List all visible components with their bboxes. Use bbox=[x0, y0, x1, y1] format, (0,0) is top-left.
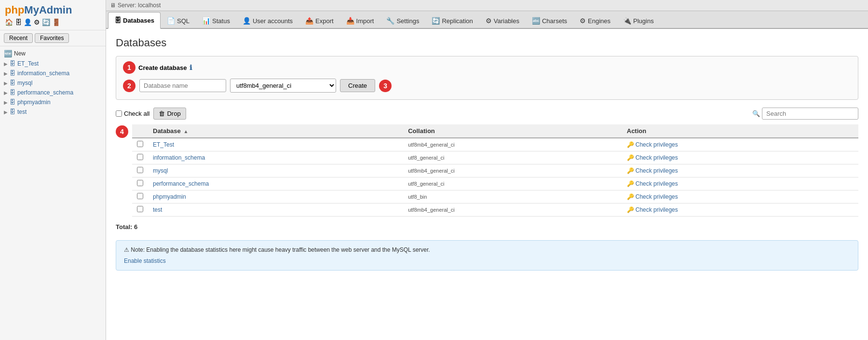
table-header-row: Database ▲ Collation Action bbox=[132, 124, 858, 138]
databases-tab-icon: 🗄 bbox=[114, 16, 121, 24]
col-header-collation[interactable]: Collation bbox=[403, 124, 622, 138]
db-name-input[interactable] bbox=[139, 79, 226, 92]
user-icon[interactable]: 👤 bbox=[24, 18, 32, 26]
content-area: Databases 1 Create database ℹ 2 utf8mb4_… bbox=[106, 29, 868, 340]
tab-settings[interactable]: 🔧 Settings bbox=[380, 12, 425, 29]
tab-status[interactable]: 📊 Status bbox=[196, 12, 236, 29]
check-privileges-link[interactable]: 🔑 Check privileges bbox=[627, 206, 854, 213]
check-privileges-link[interactable]: 🔑 Check privileges bbox=[627, 154, 854, 161]
collation-select[interactable]: utf8mb4_general_ciutf8_general_cilatin1_… bbox=[230, 79, 336, 93]
create-db-button[interactable]: Create bbox=[340, 79, 375, 92]
table-row: test utf8mb4_general_ci 🔑 Check privileg… bbox=[132, 204, 858, 217]
check-all-checkbox[interactable] bbox=[116, 110, 122, 117]
check-privileges-link[interactable]: 🔑 Check privileges bbox=[627, 167, 854, 174]
check-all-label[interactable]: Check all bbox=[116, 110, 149, 117]
col-header-checkbox bbox=[132, 124, 148, 138]
check-privileges-link[interactable]: 🔑 Check privileges bbox=[627, 141, 854, 148]
tab-user-accounts[interactable]: 👤 User accounts bbox=[236, 12, 299, 29]
user-accounts-tab-label: User accounts bbox=[253, 17, 293, 25]
expand-icon: ▶ bbox=[4, 109, 8, 115]
table-row: phpmyadmin utf8_bin 🔑 Check privileges bbox=[132, 190, 858, 204]
table-row: performance_schema utf8_general_ci 🔑 Che… bbox=[132, 177, 858, 190]
tab-export[interactable]: 📤 Export bbox=[299, 12, 340, 29]
sidebar-db-item[interactable]: ▶ 🗄 phpmyadmin bbox=[0, 97, 106, 107]
db-icon-sidebar: 🗄 bbox=[10, 70, 15, 77]
tab-engines[interactable]: ⚙ Engines bbox=[573, 12, 617, 29]
row-checkbox[interactable] bbox=[137, 154, 143, 160]
tab-import[interactable]: 📥 Import bbox=[340, 12, 380, 29]
settings-icon[interactable]: ⚙ bbox=[34, 18, 40, 26]
sidebar-db-item[interactable]: ▶ 🗄 test bbox=[0, 107, 106, 117]
sidebar-db-item[interactable]: ▶ 🗄 mysql bbox=[0, 78, 106, 88]
db-name-link[interactable]: mysql bbox=[153, 167, 168, 174]
row-checkbox[interactable] bbox=[137, 167, 143, 173]
tab-plugins[interactable]: 🔌 Plugins bbox=[617, 12, 660, 29]
db-icon-sidebar: 🗄 bbox=[10, 60, 15, 67]
databases-table: Database ▲ Collation Action ET_Test utf8… bbox=[132, 124, 858, 217]
new-database-button[interactable]: 🆕 New bbox=[0, 48, 106, 59]
row-checkbox[interactable] bbox=[137, 206, 143, 212]
sidebar-db-item[interactable]: ▶ 🗄 ET_Test bbox=[0, 59, 106, 68]
key-icon: 🔑 bbox=[627, 193, 634, 200]
tab-replication[interactable]: 🔄 Replication bbox=[425, 12, 479, 29]
check-priv-label: Check privileges bbox=[636, 193, 678, 200]
step-1-circle: 1 bbox=[123, 61, 136, 74]
note-box: ⚠ Note: Enabling the database statistics… bbox=[116, 240, 858, 271]
home-icon[interactable]: 🏠 bbox=[5, 18, 13, 26]
search-input[interactable] bbox=[762, 108, 858, 120]
col-header-database[interactable]: Database ▲ bbox=[148, 124, 403, 138]
engines-tab-icon: ⚙ bbox=[580, 17, 586, 25]
note-text: ⚠ Note: Enabling the database statistics… bbox=[124, 246, 850, 253]
row-checkbox[interactable] bbox=[137, 180, 143, 186]
server-icon: 🖥 bbox=[110, 2, 116, 9]
drop-button[interactable]: 🗑 Drop bbox=[153, 108, 186, 120]
tab-variables[interactable]: ⚙ Variables bbox=[479, 12, 526, 29]
variables-tab-icon: ⚙ bbox=[486, 17, 492, 25]
db-name-link[interactable]: phpmyadmin bbox=[153, 193, 186, 200]
key-icon: 🔑 bbox=[627, 141, 634, 148]
charsets-tab-label: Charsets bbox=[542, 17, 567, 25]
import-tab-label: Import bbox=[356, 17, 374, 25]
help-icon: ℹ bbox=[190, 64, 192, 71]
tab-sql[interactable]: 📄 SQL bbox=[161, 12, 196, 29]
db-name-label: performance_schema bbox=[17, 89, 73, 96]
favorites-tab[interactable]: Favorites bbox=[35, 33, 69, 43]
db-icon-sidebar: 🗄 bbox=[10, 109, 15, 115]
logo: phpMyAdmin bbox=[5, 4, 101, 16]
check-drop-left: Check all 🗑 Drop bbox=[116, 108, 186, 120]
search-box: 🔍 bbox=[752, 108, 858, 120]
db-name-link[interactable]: performance_schema bbox=[153, 180, 209, 187]
plugins-tab-icon: 🔌 bbox=[623, 17, 631, 25]
check-privileges-link[interactable]: 🔑 Check privileges bbox=[627, 180, 854, 187]
check-privileges-link[interactable]: 🔑 Check privileges bbox=[627, 193, 854, 200]
db-name-link[interactable]: information_schema bbox=[153, 154, 205, 161]
create-db-section: 1 Create database ℹ 2 utf8mb4_general_ci… bbox=[116, 56, 858, 100]
db-icon[interactable]: 🗄 bbox=[15, 18, 22, 26]
recent-tab[interactable]: Recent bbox=[4, 33, 33, 43]
tab-databases[interactable]: 🗄 Databases bbox=[108, 12, 161, 29]
logo-area: phpMyAdmin 🏠 🗄 👤 ⚙ 🔄 🚪 bbox=[0, 0, 106, 30]
exit-icon[interactable]: 🚪 bbox=[52, 18, 60, 26]
export-tab-icon: 📤 bbox=[305, 17, 313, 25]
check-all-text: Check all bbox=[124, 110, 149, 117]
db-name-link[interactable]: test bbox=[153, 206, 162, 213]
tab-charsets[interactable]: 🔤 Charsets bbox=[526, 12, 573, 29]
key-icon: 🔑 bbox=[627, 206, 634, 213]
plugins-tab-label: Plugins bbox=[633, 17, 654, 25]
main-panel: 🖥 Server: localhost 🗄 Databases 📄 SQL 📊 … bbox=[106, 0, 868, 340]
step-2-circle: 2 bbox=[123, 80, 136, 92]
replication-tab-icon: 🔄 bbox=[432, 17, 440, 25]
db-name-link[interactable]: ET_Test bbox=[153, 141, 174, 148]
sidebar-db-item[interactable]: ▶ 🗄 information_schema bbox=[0, 68, 106, 78]
row-checkbox[interactable] bbox=[137, 141, 143, 147]
charsets-tab-icon: 🔤 bbox=[532, 17, 540, 25]
settings-tab-label: Settings bbox=[396, 17, 419, 25]
row-checkbox[interactable] bbox=[137, 193, 143, 199]
refresh-icon[interactable]: 🔄 bbox=[42, 18, 50, 26]
sql-tab-label: SQL bbox=[177, 17, 190, 25]
step-4-circle: 4 bbox=[116, 125, 128, 138]
sidebar-db-item[interactable]: ▶ 🗄 performance_schema bbox=[0, 88, 106, 97]
check-drop-row: Check all 🗑 Drop 🔍 bbox=[116, 108, 858, 120]
enable-statistics-link[interactable]: Enable statistics bbox=[124, 258, 166, 264]
search-icon: 🔍 bbox=[752, 110, 760, 117]
